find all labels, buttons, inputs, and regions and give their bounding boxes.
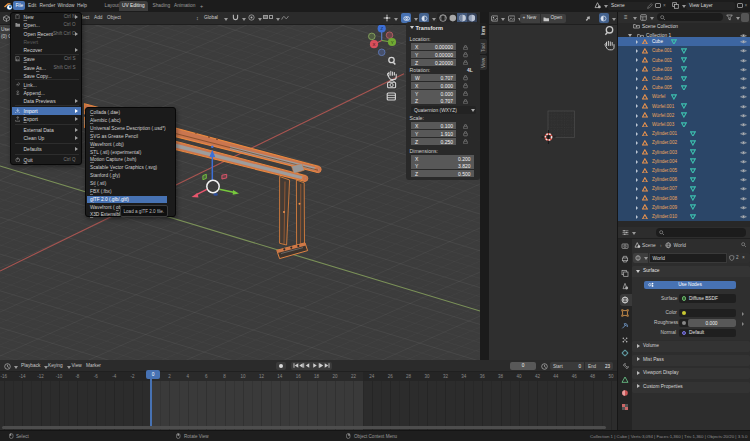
svg-text:Z: Z	[380, 26, 383, 31]
svg-text:Y: Y	[391, 40, 394, 45]
svg-text:X: X	[373, 42, 376, 47]
